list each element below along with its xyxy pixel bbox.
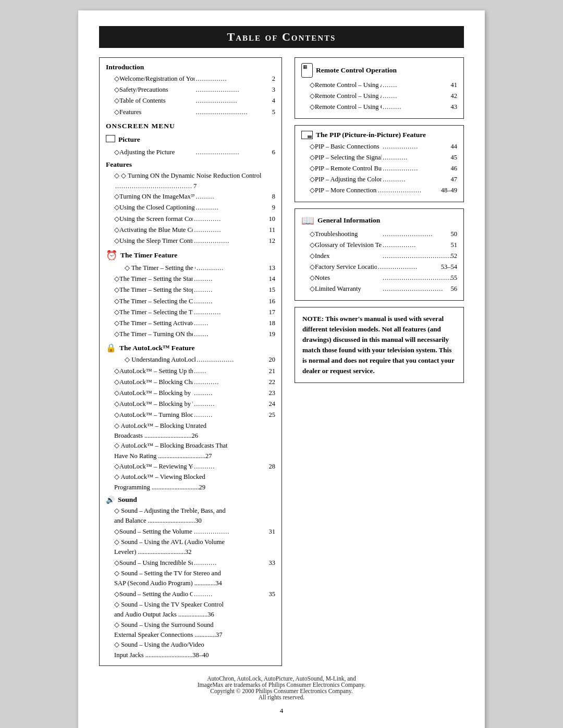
list-item: Activating the Blue Mute Control .......… — [114, 225, 275, 236]
remote-control-label: Remote Control Operation — [316, 66, 397, 75]
list-item: The Timer – Selecting the Tuner ........… — [114, 307, 275, 318]
list-item: The Timer – Selecting the Channel ......… — [114, 296, 275, 307]
page: Table of Contents Introduction Welcome/R… — [78, 10, 485, 728]
list-item: The Timer – Setting the Start Time .....… — [114, 274, 275, 285]
pip-header: The PIP (Picture-in-Picture) Feature — [301, 131, 457, 139]
book-icon: 📖 — [301, 214, 314, 227]
autolock-label: The AutoLock™ Feature — [119, 344, 195, 352]
general-info-box: 📖 General Information Troubleshooting ..… — [295, 208, 464, 301]
list-item: Remote Control – Using Channel Surf ....… — [310, 102, 457, 113]
note-box: NOTE: This owner's manual is used with s… — [295, 307, 464, 384]
list-item: The Timer – Setting the Stop Time ......… — [114, 285, 275, 295]
sound-icon: 🔊 — [106, 496, 115, 504]
list-item: ◇ Turning ON the Dynamic Noise Reduction… — [114, 170, 275, 191]
list-item: Index ................................. … — [310, 251, 457, 262]
timer-subsection-header: ⏰ The Timer Feature — [106, 250, 275, 261]
list-item: AutoLock™ – Setting Up the Access Code .… — [114, 366, 275, 377]
list-item: Table of Contents .................... 4 — [114, 95, 275, 106]
picture-subsection-header: Picture — [106, 132, 275, 145]
copyright-line4: All rights reserved. — [99, 694, 464, 700]
list-item: Limited Warranty .......................… — [310, 283, 457, 294]
list-item: Adjusting the Picture ..................… — [114, 147, 275, 158]
list-item: AutoLock™ – Blocking by Movie Rating ...… — [114, 388, 275, 399]
list-item: Notes ..................................… — [310, 273, 457, 283]
general-info-header: 📖 General Information — [301, 214, 457, 227]
list-item: Sound – Using Incredible Surround ......… — [114, 558, 275, 569]
page-number: 4 — [99, 707, 464, 715]
list-item: Safety/Precautions .....................… — [114, 84, 275, 95]
list-item: ◇ Sound – Adjusting the Treble, Bass, an… — [114, 506, 275, 526]
pip-box: The PIP (Picture-in-Picture) Feature PIP… — [295, 125, 464, 202]
list-item: AutoLock™ – Blocking Channels ..........… — [114, 377, 275, 388]
list-item: Welcome/Registration of Your TV ........… — [114, 73, 275, 84]
remote-control-header: ▦ Remote Control Operation — [301, 63, 457, 78]
autolock-entries: ◇ Understanding AutoLock™ ..............… — [106, 354, 275, 492]
list-item: Features ......................... 5 — [114, 107, 275, 118]
page-title: Table of Contents — [99, 26, 464, 48]
list-item: ◇ The Timer – Setting the Clock ........… — [114, 263, 275, 274]
list-item: Remote Control – Using AutoSound™ ......… — [310, 91, 457, 102]
pip-entries: PIP – Basic Connections ................… — [301, 141, 457, 196]
list-item: Using the Screen format Control ........… — [114, 214, 275, 225]
list-item: AutoLock™ – Blocking by TV Rating ......… — [114, 399, 275, 410]
list-item: Sound – Setting the Audio Out Control ..… — [114, 589, 275, 600]
list-item: Factory Service Locations ..............… — [310, 262, 457, 273]
list-item: ◇ AutoLock™ – Blocking Broadcasts That H… — [114, 441, 275, 461]
list-item: The Timer – Turning ON the Timer Display… — [114, 329, 275, 340]
left-column: Introduction Welcome/Registration of You… — [99, 57, 282, 666]
autolock-subsection-header: 🔒 The AutoLock™ Feature — [106, 343, 275, 353]
general-info-label: General Information — [317, 216, 380, 225]
list-item: ◇ Sound – Using the AVL (Audio Volume Le… — [114, 537, 275, 558]
remote-control-box: ▦ Remote Control Operation Remote Contro… — [295, 57, 464, 119]
copyright-line2: ImageMax are trademarks of Philips Consu… — [99, 682, 464, 688]
list-item: ◇ AutoLock™ – Blocking Unrated Broadcast… — [114, 421, 275, 441]
list-item: Turning ON the ImageMax™ Control .......… — [114, 191, 275, 202]
list-item: ◇ AutoLock™ – Viewing Blocked Programmin… — [114, 472, 275, 492]
list-item: Using the Sleep Timer Control ..........… — [114, 236, 275, 246]
remote-control-entries: Remote Control – Using AutoPicture™ ....… — [301, 80, 457, 113]
features-entries: ◇ Turning ON the Dynamic Noise Reduction… — [106, 170, 275, 246]
general-info-entries: Troubleshooting ........................… — [301, 229, 457, 295]
copyright-line3: Copyright © 2000 Philips Consumer Electr… — [99, 688, 464, 694]
timer-entries: ◇ The Timer – Setting the Clock ........… — [106, 263, 275, 340]
list-item: The Timer – Setting Activate to ON or OF… — [114, 318, 275, 329]
note-text: NOTE: This owner's manual is used with s… — [302, 315, 454, 375]
list-item: ◇ Sound – Setting the TV for Stereo and … — [114, 569, 275, 589]
sound-subsection-header: 🔊 Sound — [106, 496, 275, 504]
timer-icon: ⏰ — [106, 250, 117, 261]
features-label: Features — [106, 161, 275, 169]
remote-icon: ▦ — [301, 63, 313, 78]
list-item: Sound – Setting the Volume .............… — [114, 526, 275, 537]
picture-icon — [106, 135, 115, 142]
list-item: ◇ Sound – Using the Surround Sound Exter… — [114, 620, 275, 640]
onscreen-menu-header: ONSCREEN MENU — [106, 122, 275, 130]
list-item: PIP – Remote Control Buttons ...........… — [310, 163, 457, 174]
list-item: Glossary of Television Terms ...........… — [310, 240, 457, 251]
autolock-icon: 🔒 — [106, 343, 116, 353]
list-item: PIP – Selecting the Signal Source ......… — [310, 152, 457, 163]
sound-label: Sound — [118, 496, 137, 504]
introduction-entries: Welcome/Registration of Your TV ........… — [106, 73, 275, 118]
list-item: ◇ Sound – Using the Audio/Video Input Ja… — [114, 640, 275, 660]
list-item: PIP – Basic Connections ................… — [310, 141, 457, 152]
list-item: PIP – More Connections .................… — [310, 185, 457, 196]
pip-icon — [301, 131, 313, 139]
list-item: AutoLock™ – Reviewing Your Settings ....… — [114, 461, 275, 472]
list-item: ◇ Sound – Using the TV Speaker Control a… — [114, 600, 275, 620]
picture-entries: Adjusting the Picture ..................… — [106, 147, 275, 158]
copyright-line1: AutoChron, AutoLock, AutoPicture, AutoSo… — [99, 675, 464, 682]
copyright-block: AutoChron, AutoLock, AutoPicture, AutoSo… — [99, 675, 464, 700]
list-item: PIP – Adjusting the Color and Tint .....… — [310, 174, 457, 185]
sound-entries: ◇ Sound – Adjusting the Treble, Bass, an… — [106, 506, 275, 660]
pip-label: The PIP (Picture-in-Picture) Feature — [316, 131, 426, 139]
right-column: ▦ Remote Control Operation Remote Contro… — [295, 57, 464, 666]
introduction-header: Introduction — [106, 63, 275, 71]
timer-label: The Timer Feature — [120, 251, 177, 260]
picture-label: Picture — [118, 135, 140, 144]
list-item: Using the Closed Captioning Control ....… — [114, 202, 275, 213]
list-item: Remote Control – Using AutoPicture™ ....… — [310, 80, 457, 91]
list-item: Troubleshooting ........................… — [310, 229, 457, 240]
list-item: ◇ Understanding AutoLock™ ..............… — [114, 354, 275, 365]
list-item: AutoLock™ – Turning Block ON or OFF ....… — [114, 410, 275, 421]
